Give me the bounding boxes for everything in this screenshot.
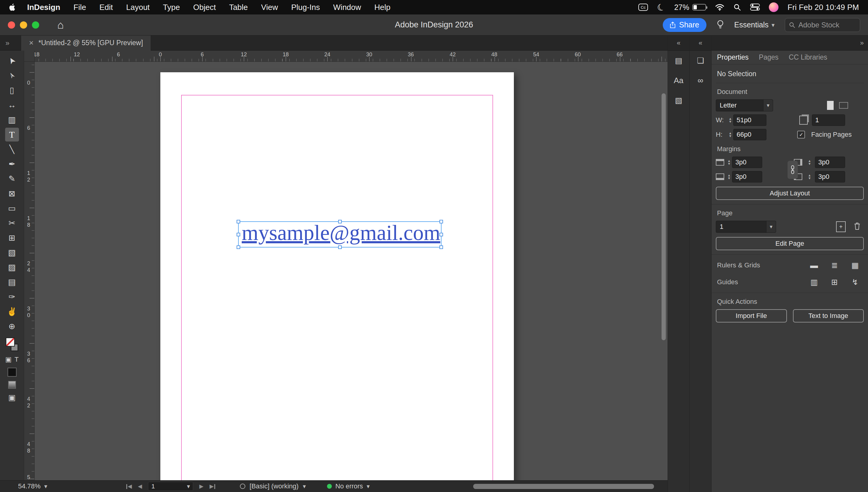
screen-mode-icon[interactable]: ▣ [8,393,16,402]
scissors-tool[interactable]: ✂ [5,216,19,230]
links-panel-icon[interactable]: ∞ [694,73,707,87]
pencil-tool[interactable]: ✎ [5,172,19,186]
share-button[interactable]: Share [663,18,706,32]
rectangle-frame-tool[interactable]: ⊠ [5,187,19,200]
object-styles-panel-icon[interactable]: ▧ [672,93,686,107]
menu-item-plugins[interactable]: Plug-Ins [291,3,320,12]
bottom-margin-stepper[interactable]: ▴▾ [726,174,732,180]
menu-item-edit[interactable]: Edit [99,3,113,12]
tab-pages[interactable]: Pages [759,53,778,62]
vertical-ruler[interactable]: 0 6 12 18 24 30 36 42 48 54 [24,62,35,480]
character-styles-panel-icon[interactable]: Aa [672,73,686,87]
gap-tool[interactable]: ↔ [5,98,19,112]
landscape-orientation-button[interactable] [839,102,848,109]
note-tool[interactable]: ▤ [5,275,19,289]
width-field[interactable] [733,115,767,126]
vertical-scrollbar[interactable] [661,93,666,340]
edit-page-button[interactable]: Edit Page [716,237,864,250]
current-page-dropdown[interactable]: 1 ▾ [716,221,776,233]
wifi-icon[interactable] [715,4,724,11]
menu-item-table[interactable]: Table [229,3,248,12]
preflight-status-menu[interactable]: No errors ▾ [327,482,370,490]
rectangle-tool[interactable]: ▭ [5,201,19,215]
menu-item-object[interactable]: Object [193,3,216,12]
add-page-button[interactable]: + [836,221,846,232]
stock-search-input[interactable] [798,21,856,29]
text-frame[interactable]: mysample@gmail.com [238,221,442,247]
zoom-window-button[interactable] [32,21,39,29]
expand-panels-icon[interactable]: « [677,39,680,47]
grid-guides-icon[interactable]: ⊞ [828,276,842,289]
fill-swatch[interactable] [6,338,15,347]
menu-item-file[interactable]: File [73,3,86,12]
page-tool[interactable]: ▯ [5,83,19,97]
line-tool[interactable]: ╲ [5,142,19,156]
previous-page-button[interactable]: ◀ [138,483,142,490]
facing-pages-checkbox[interactable]: ✓ [797,131,805,139]
menu-item-help[interactable]: Help [374,3,390,12]
horizontal-ruler[interactable]: 18 12 6 0 6 12 18 24 30 36 42 48 54 60 6… [35,51,667,62]
direct-selection-tool[interactable]: ➢ [5,69,19,82]
delete-page-button[interactable] [853,222,861,231]
user-avatar[interactable] [769,2,778,12]
bottom-margin-field[interactable] [732,171,762,182]
height-field[interactable] [733,129,767,140]
ruler-origin-corner[interactable] [24,51,35,62]
rulers-icon[interactable]: ▬ [807,259,821,272]
frame-handle[interactable] [338,245,342,249]
menu-item-type[interactable]: Type [163,3,180,12]
pasteboard[interactable]: mysample@gmail.com [35,62,667,480]
menu-item-view[interactable]: View [261,3,278,12]
frame-handle[interactable] [440,245,443,249]
import-file-button[interactable]: Import File [716,309,787,322]
frame-handle[interactable] [440,220,443,223]
frame-handle[interactable] [440,233,443,236]
free-transform-tool[interactable]: ⊞ [5,231,19,245]
horizontal-scrollbar[interactable] [473,484,654,489]
baseline-grid-icon[interactable]: ≣ [828,259,842,272]
menubar-datetime[interactable]: Fri Feb 20 10:49 PM [788,3,859,12]
left-margin-field[interactable] [815,171,845,182]
top-margin-field[interactable] [732,156,762,168]
adobe-stock-search[interactable] [785,18,860,32]
page-size-dropdown[interactable]: Letter ▾ [716,99,773,112]
page[interactable]: mysample@gmail.com [160,72,514,480]
tab-properties[interactable]: Properties [717,53,749,62]
pen-tool[interactable]: ✒ [5,157,19,171]
portrait-orientation-button[interactable] [827,101,834,110]
document-tab[interactable]: × *Untitled-2 @ 55% [GPU Preview] [21,35,151,51]
apply-gradient-swatch[interactable] [8,381,16,389]
spotlight-search-icon[interactable] [733,3,741,11]
creative-cloud-icon[interactable]: Cc [638,4,648,11]
content-collector-tool[interactable]: ▥ [5,113,19,127]
tab-close-icon[interactable]: × [29,38,33,48]
home-icon[interactable]: ⌂ [57,19,64,31]
guides-icon[interactable]: ▥ [807,276,821,289]
focus-moon-icon[interactable]: ☾ [656,1,667,14]
right-margin-field[interactable] [815,156,845,168]
minimize-window-button[interactable] [20,21,27,29]
left-margin-stepper[interactable]: ▴▾ [806,174,813,180]
formatting-affects-container-icon[interactable]: ▣ [5,355,11,364]
zoom-tool[interactable]: ⊕ [5,319,19,333]
document-grid-icon[interactable]: ▦ [848,259,862,272]
tab-cc-libraries[interactable]: CC Libraries [789,53,827,62]
battery-indicator[interactable]: 27% [674,3,706,12]
frame-handle[interactable] [237,220,240,223]
hand-tool[interactable]: ✌ [5,305,19,319]
link-margins-button[interactable] [788,161,798,179]
frame-handle[interactable] [237,245,240,249]
gradient-feather-tool[interactable]: ▨ [5,261,19,274]
pages-panel-icon[interactable]: ▤ [672,54,686,68]
tabstrip-expand-icon[interactable]: » [0,39,15,47]
expand-panels-icon[interactable]: « [699,39,702,47]
pages-count-field[interactable] [812,115,845,126]
frame-handle[interactable] [338,220,342,223]
selection-tool[interactable]: ➤ [5,54,19,68]
control-center-icon[interactable] [750,4,760,11]
menu-item-window[interactable]: Window [333,3,361,12]
workspace-switcher[interactable]: Essentials ▾ [734,21,775,29]
frame-handle[interactable] [237,233,240,236]
collapse-panel-icon[interactable]: » [860,39,864,47]
type-tool[interactable]: T [5,128,19,142]
